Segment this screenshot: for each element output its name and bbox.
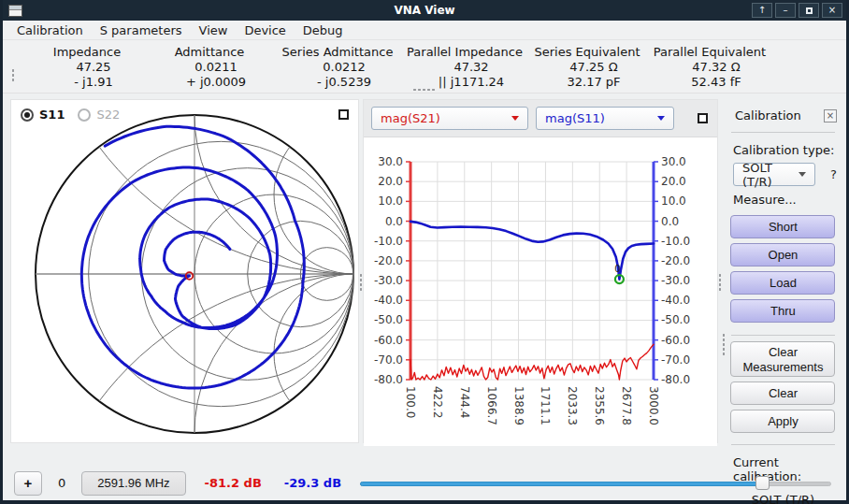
svg-text:744.4: 744.4 [458,386,471,418]
svg-text:422.2: 422.2 [431,386,444,418]
cal-type-label: Calibration type: [722,138,844,161]
sidebar-title: Calibration [735,108,801,122]
svg-text:10.0: 10.0 [378,194,403,208]
statusbar: + 0 2591.96 MHz -81.2 dB -29.3 dB [3,466,846,500]
svg-text:2677.8: 2677.8 [620,386,633,425]
sidebar-close-icon[interactable]: × [824,109,837,122]
svg-text:1388.9: 1388.9 [512,386,525,425]
menu-calibration[interactable]: Calibration [8,22,92,39]
measure-thru-button[interactable]: Thru [730,299,835,323]
radio-s11-label: S11 [39,108,65,122]
radio-s11[interactable] [21,108,34,122]
readout-admittance: Admittance 0.0211 + j0.0009 [147,45,272,93]
shade-button[interactable]: ↑ [752,3,772,18]
divider [731,132,835,133]
close-button[interactable]: × [822,3,842,18]
smith-chart[interactable] [11,100,358,442]
menu-device[interactable]: Device [236,22,294,39]
chevron-down-icon [511,116,519,121]
minimize-icon: – [784,5,788,15]
clear-button[interactable]: Clear [730,382,835,405]
readout-parallel-impedance: Parallel Impedance 47.32 || j1171.24 [403,45,526,93]
chevron-down-icon [657,116,665,121]
cal-type-help[interactable]: ? [830,167,837,181]
svg-text:30.0: 30.0 [661,155,686,168]
smith-chart-panel: S11 S22 [10,99,359,443]
svg-text:20.0: 20.0 [378,175,403,188]
svg-text:-80.0: -80.0 [661,373,690,386]
plot-maximize-icon[interactable] [698,113,708,123]
minimize-button[interactable]: – [775,3,796,18]
svg-text:0: 0 [614,264,620,274]
svg-text:-20.0: -20.0 [374,254,403,267]
shade-up-icon: ↑ [758,5,766,15]
svg-text:3000.0: 3000.0 [647,386,660,425]
plot-header: mag(S21) mag(S11) [364,100,717,137]
slider-handle[interactable] [755,476,770,490]
cal-type-select[interactable]: SOLT (T/R) [733,163,815,186]
measure-load-button[interactable]: Load [730,271,835,295]
svg-text:-10.0: -10.0 [374,235,403,248]
toolbar-drag-handle[interactable] [11,68,15,83]
svg-text:-70.0: -70.0 [374,353,403,367]
svg-text:10.0: 10.0 [661,194,686,208]
readout-parallel-equivalent: Parallel Equivalent 47.32 Ω 52.43 fF [648,45,771,93]
magnitude-plot-panel: mag(S21) mag(S11) 30.030.020.020.010.010… [363,99,718,443]
window-title: VNA View [3,4,846,17]
menu-s-parameters[interactable]: S parameters [92,22,191,39]
svg-text:-80.0: -80.0 [374,373,403,386]
svg-text:-50.0: -50.0 [661,313,690,326]
add-marker-button[interactable]: + [14,471,42,496]
svg-text:0.0: 0.0 [661,215,679,228]
measure-label: Measure... [722,188,844,210]
svg-text:-20.0: -20.0 [661,254,690,267]
svg-text:-50.0: -50.0 [374,313,403,326]
svg-text:-40.0: -40.0 [661,294,690,307]
trace2-select[interactable]: mag(S11) [536,107,674,130]
toolbar-splitter-handle[interactable] [412,88,437,92]
trace1-select[interactable]: mag(S21) [371,107,528,130]
svg-text:2355.6: 2355.6 [593,386,606,425]
app-window: VNA View ↑ – × Calibration S parameters … [0,0,849,504]
readout-impedance: Impedance 47.25 - j1.91 [27,45,147,93]
smith-maximize-icon[interactable] [338,109,349,120]
menu-debug[interactable]: Debug [295,22,352,39]
chevron-down-icon [799,172,806,177]
divider [731,444,835,445]
clear-measurements-button[interactable]: Clear Measurements [730,341,835,377]
calibration-sidebar: Calibration × Calibration type: SOLT (T/… [722,99,844,466]
magnitude-chart[interactable]: 30.030.020.020.010.010.00.00.0-10.0-10.0… [364,137,717,442]
svg-text:-60.0: -60.0 [661,334,690,347]
menubar: Calibration S parameters View Device Deb… [3,21,846,40]
measure-short-button[interactable]: Short [730,215,835,238]
marker-frequency-button[interactable]: 2591.96 MHz [81,471,185,496]
radio-s22-label: S22 [96,108,120,122]
svg-text:-30.0: -30.0 [374,274,403,287]
marker-value-s21: -81.2 dB [205,476,262,490]
sidebar-drag-handle[interactable] [722,333,726,357]
marker-slider[interactable] [360,476,831,491]
svg-text:30.0: 30.0 [378,155,403,168]
radio-s22[interactable] [78,108,91,122]
readout-series-equivalent: Series Equivalent 47.25 Ω 32.17 pF [526,45,648,93]
apply-button[interactable]: Apply [730,410,835,433]
svg-text:2033.3: 2033.3 [566,386,579,425]
readout-toolbar: Impedance 47.25 - j1.91 Admittance 0.021… [3,40,846,94]
measure-open-button[interactable]: Open [730,243,835,266]
svg-text:-70.0: -70.0 [661,353,690,367]
svg-text:1711.1: 1711.1 [539,386,552,425]
divider [731,335,835,336]
svg-text:-40.0: -40.0 [374,294,403,307]
svg-text:1066.7: 1066.7 [485,386,498,425]
close-icon: × [828,5,836,15]
svg-text:100.0: 100.0 [404,386,417,418]
svg-text:-10.0: -10.0 [661,235,690,248]
titlebar: VNA View ↑ – × [3,0,846,21]
menu-view[interactable]: View [191,22,237,39]
maximize-button[interactable] [799,3,819,18]
slider-fill [360,482,762,486]
svg-text:20.0: 20.0 [661,175,686,188]
readout-series-admittance: Series Admittance 0.0212 - j0.5239 [272,45,403,93]
svg-text:-30.0: -30.0 [661,274,690,287]
svg-text:0.0: 0.0 [385,215,403,228]
